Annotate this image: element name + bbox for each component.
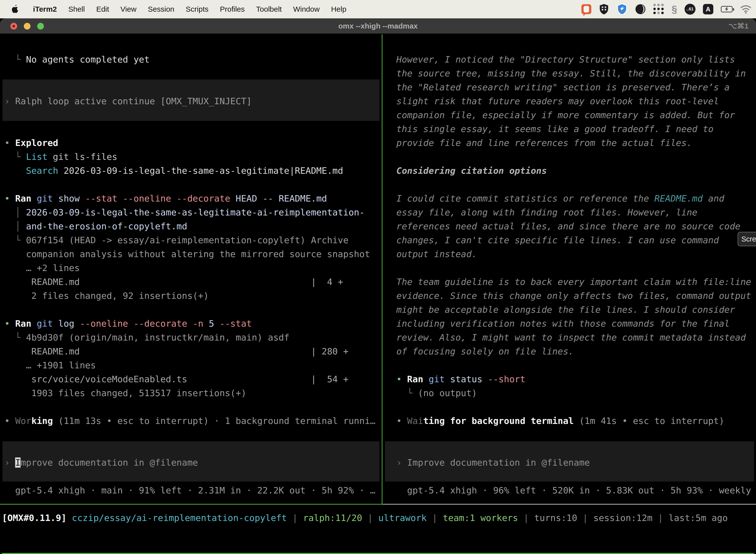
text-segment: git xyxy=(37,319,58,329)
text-segment: gpt-5.4 xhigh · main · 91% left · 2.31M … xyxy=(4,485,376,495)
tmux-pane-right[interactable]: However, I noticed the "Directory Struct… xyxy=(383,34,756,497)
text-segment: • xyxy=(4,319,15,329)
a-square-icon[interactable]: A xyxy=(703,3,713,15)
status-segment: | xyxy=(652,513,669,523)
menu-window[interactable]: Window xyxy=(288,5,325,13)
text-segment: │ xyxy=(4,207,26,217)
menu-profiles[interactable]: Profiles xyxy=(214,5,250,13)
terminal-line: including verification notes with those … xyxy=(396,317,756,331)
terminal-line: • Ran git show --stat --oneline --decora… xyxy=(4,191,382,206)
text-segment: of focusing solely on file lines. xyxy=(396,346,574,356)
text-segment: 4b9d30f (origin/main, instructkr/main, m… xyxy=(26,332,290,342)
terminal-line: └ List git ls-files xyxy=(4,150,382,164)
terminal-line xyxy=(4,80,382,94)
text-segment: README.md | 280 + xyxy=(4,346,349,356)
terminal-line xyxy=(396,428,756,442)
terminal-line: └ 067f154 (HEAD -> essay/ai-reimplementa… xyxy=(4,233,382,247)
text-segment: Wai xyxy=(407,416,423,426)
menu-shell[interactable]: Shell xyxy=(63,5,90,13)
terminal-area[interactable]: └ No agents completed yet› Ralph loop ac… xyxy=(0,34,756,554)
battery-percent-icon[interactable]: ..61 xyxy=(685,3,695,15)
text-segment: • xyxy=(4,138,15,148)
text-segment: • xyxy=(4,193,15,204)
menu-edit[interactable]: Edit xyxy=(90,5,115,13)
text-segment: … +1901 lines xyxy=(4,360,96,370)
text-segment: (11m 13s • esc to interrupt) · 1 backgro… xyxy=(53,416,375,426)
text-segment: HEAD xyxy=(236,193,262,204)
text-segment: • xyxy=(4,416,15,426)
shield-grid-icon[interactable] xyxy=(599,3,609,15)
terminal-line: the source tree, missing the essay. Stil… xyxy=(396,66,756,80)
terminal-line: README.md | 280 + xyxy=(4,344,382,358)
terminal-line: └ (no output) xyxy=(396,386,756,400)
text-segment: No agents completed yet xyxy=(26,54,150,64)
text-segment: (no output) xyxy=(418,388,477,398)
menu-help[interactable]: Help xyxy=(325,5,352,13)
command-input-left[interactable]: › Improve documentation in @filename xyxy=(4,456,382,469)
status-segment: turns:10 xyxy=(534,513,577,523)
terminal-line: Search 2026-03-09-is-legal-the-same-as-l… xyxy=(4,164,382,178)
terminal-line xyxy=(4,442,382,456)
text-segment: gpt-5.4 xhigh · 96% left · 520K in · 5.8… xyxy=(396,485,756,495)
terminal-line: The team guideline is to back every impo… xyxy=(396,275,756,289)
pane-divider-vertical[interactable] xyxy=(382,34,382,505)
command-input-right[interactable]: › Improve documentation in @filename xyxy=(396,456,756,469)
text-segment: └ xyxy=(4,235,26,245)
menu-app-name[interactable]: iTerm2 xyxy=(27,5,63,13)
apple-menu-icon[interactable] xyxy=(9,5,20,14)
terminal-line: However, I noticed the "Directory Struct… xyxy=(396,53,756,66)
tmux-status-bar: [omx-cczip0:bash* "MacBook-Pro-44.local"… xyxy=(0,553,756,554)
text-segment: show xyxy=(58,193,85,204)
status-segment: session:12m xyxy=(593,513,652,523)
spark-shield-icon[interactable] xyxy=(617,3,628,15)
record-icon[interactable] xyxy=(581,3,591,15)
status-segment: | xyxy=(518,513,534,523)
terminal-line xyxy=(396,400,756,414)
tmux-pane-left[interactable]: └ No agents completed yet› Ralph loop ac… xyxy=(0,34,382,497)
terminal-line xyxy=(396,442,756,456)
terminal-line: references need actual files, and since … xyxy=(396,219,756,233)
pane-divider-horizontal-active xyxy=(0,504,382,505)
text-segment: git ls-files xyxy=(47,152,117,162)
terminal-line: output instead. xyxy=(396,247,756,261)
battery-icon[interactable] xyxy=(721,3,733,15)
text-segment: Considering citation options xyxy=(396,166,547,176)
text-segment: this single essay, it seems like a good … xyxy=(396,124,713,134)
status-segment: | xyxy=(577,513,593,523)
terminal-line: 1903 files changed, 513517 insertions(+) xyxy=(4,386,382,400)
contrast-circle-icon[interactable] xyxy=(635,3,646,15)
terminal-line: Considering citation options xyxy=(396,164,756,178)
menu-scripts[interactable]: Scripts xyxy=(180,5,214,13)
terminal-line: review. Also, I might want to inspect th… xyxy=(396,331,756,344)
dots-grid-icon[interactable] xyxy=(653,3,664,15)
text-segment: review. Also, I might want to inspect th… xyxy=(396,332,746,342)
window-title: omx --xhigh --madmax xyxy=(0,18,756,34)
menu-toolbelt[interactable]: Toolbelt xyxy=(251,5,288,13)
menu-view[interactable]: View xyxy=(115,5,142,13)
menu-session[interactable]: Session xyxy=(142,5,180,13)
terminal-line: • Waiting for background terminal (1m 41… xyxy=(396,414,756,428)
pane-divider-horizontal-inactive xyxy=(382,504,756,505)
text-segment: --stat xyxy=(219,319,252,329)
status-segment: last:5m ago xyxy=(669,513,728,523)
text-segment: and xyxy=(703,193,724,204)
wifi-icon[interactable] xyxy=(740,3,752,15)
text-segment: 1903 files changed, 513517 insertions(+) xyxy=(4,388,246,398)
text-segment: However, I noticed the "Directory Struct… xyxy=(396,54,735,64)
terminal-line: slight risk that future readers may over… xyxy=(396,94,756,108)
text-segment: • xyxy=(396,416,407,426)
window-title-bar[interactable]: omx --xhigh --madmax ⌥⌘1 xyxy=(0,18,756,34)
text-segment: Explored xyxy=(15,138,58,148)
terminal-line xyxy=(396,358,756,372)
terminal-line: │ and-the-erosion-of-copyleft.md xyxy=(4,219,382,233)
text-segment: I xyxy=(15,457,20,467)
screen-share-overlay-tab[interactable]: Scre xyxy=(738,232,756,246)
macos-menu-bar: iTerm2 ShellEditViewSessionScriptsProfil… xyxy=(0,0,756,18)
squiggle-icon[interactable]: § xyxy=(672,3,677,15)
status-segment: | xyxy=(427,513,443,523)
omx-status-line: [OMX#0.11.9] cczip/essay/ai-reimplementa… xyxy=(2,511,728,525)
terminal-line: … +2 lines xyxy=(4,261,382,275)
terminal-line: of focusing solely on file lines. xyxy=(396,344,756,358)
terminal-line: └ 4b9d30f (origin/main, instructkr/main,… xyxy=(4,331,382,344)
status-segment: | xyxy=(287,513,303,523)
